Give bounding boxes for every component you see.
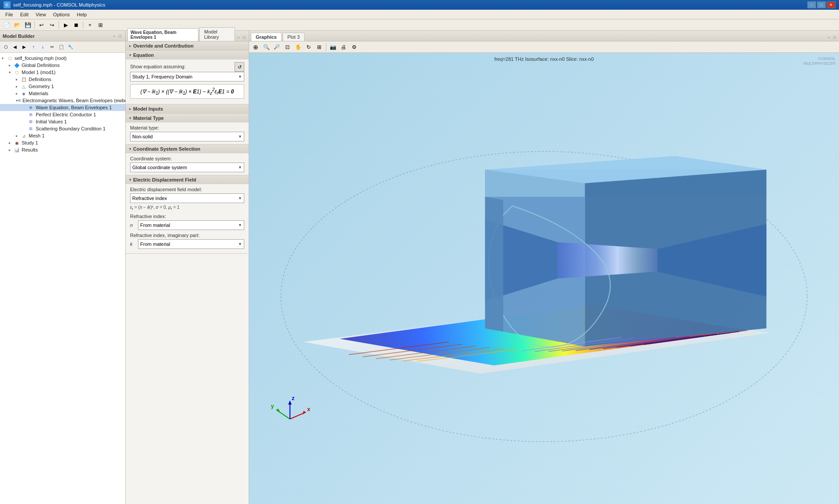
mb-btn-3[interactable]: ▶ xyxy=(20,43,29,52)
section-coord-header[interactable]: ▾ Coordinate System Selection xyxy=(126,145,249,153)
wave-eq-icon: ⊕ xyxy=(27,104,34,111)
section-override-header[interactable]: ▸ Override and Contribution xyxy=(126,41,249,50)
tab-graphics[interactable]: Graphics xyxy=(251,33,282,41)
mb-maximize-button[interactable]: □ xyxy=(118,33,123,39)
mb-btn-2[interactable]: ◀ xyxy=(11,43,19,52)
refr-n-label: n xyxy=(130,222,136,228)
mb-btn-1[interactable]: ⬡ xyxy=(1,43,10,52)
zoom-out-button[interactable]: 🔎 xyxy=(272,42,282,52)
wave-eq-panel-min[interactable]: − xyxy=(236,35,241,40)
zoom-in-button[interactable]: 🔍 xyxy=(261,42,271,52)
zoom-extents-button[interactable]: ⊕ xyxy=(251,42,261,52)
elec-model-label: Electric displacement field model: xyxy=(130,187,244,192)
undo-button[interactable]: ↩ xyxy=(37,20,46,30)
minimize-button[interactable]: − xyxy=(807,1,816,8)
elec-content: Electric displacement field model: Refra… xyxy=(126,184,249,253)
tree-item-root[interactable]: ▾ ⬡ self_focusing.mph (root) xyxy=(0,55,125,62)
tab-wave-equation[interactable]: Wave Equation, Beam Envelopes 1 xyxy=(127,28,198,41)
results-icon: 📊 xyxy=(13,147,20,153)
main-toolbar: 📄 📂 💾 ↩ ↪ ▶ ⏹ + ⊞ xyxy=(0,19,839,31)
stop-button[interactable]: ⏹ xyxy=(71,20,81,30)
mb-btn-5[interactable]: ↓ xyxy=(38,43,47,52)
menu-edit[interactable]: Edit xyxy=(17,11,32,18)
study1-label: Study 1 xyxy=(22,140,38,145)
tree-item-model1[interactable]: ▾ ⬡ Model 1 (mod1) xyxy=(0,69,125,76)
tree-item-init1[interactable]: ⊞ Initial Values 1 xyxy=(0,118,125,125)
wave-equation-panel: Wave Equation, Beam Envelopes 1 Model Li… xyxy=(126,31,249,504)
tree-item-sbc1[interactable]: ⊞ Scattering Boundary Condition 1 xyxy=(0,125,125,132)
results-arrow: ▸ xyxy=(9,148,13,152)
refr-k-dropdown[interactable]: From material ▼ xyxy=(138,239,244,249)
tree-item-wave-eq[interactable]: ⊕ Wave Equation, Beam Envelopes 1 xyxy=(0,104,125,111)
tree-item-ewbe[interactable]: ▾ ≋ Electromagnetic Waves, Beam Envelope… xyxy=(0,97,125,104)
window-title: self_focusing.mph - COMSOL Multiphysics xyxy=(13,2,105,7)
mb-btn-8[interactable]: 🔧 xyxy=(66,43,75,52)
elec-model-dropdown[interactable]: Refractive index ▼ xyxy=(130,193,244,203)
model-inputs-refresh-btn[interactable]: ↺ xyxy=(235,62,244,72)
export-button[interactable]: 📷 xyxy=(328,42,338,52)
layout-button[interactable]: ⊞ xyxy=(96,20,105,30)
axes-button[interactable]: ⊞ xyxy=(314,42,324,52)
refr-n-row: n From material ▼ xyxy=(130,220,244,230)
graphics-canvas[interactable]: freq=281 THz Isosurface: nxx-n0 Slice: n… xyxy=(249,53,839,504)
materials-label: Materials xyxy=(29,91,48,96)
tree-item-geometry1[interactable]: ▸ △ Geometry 1 xyxy=(0,83,125,90)
print-button[interactable]: 🖨 xyxy=(339,42,348,52)
refr-imag-label: Refractive index, imaginary part: xyxy=(130,233,244,238)
equation-dropdown[interactable]: Study 1, Frequency Domain ▼ xyxy=(130,72,244,82)
compute-button[interactable]: ▶ xyxy=(61,20,71,30)
redo-button[interactable]: ↪ xyxy=(47,20,57,30)
tree-item-study1[interactable]: ▸ ◉ Study 1 xyxy=(0,139,125,146)
close-button[interactable]: ✕ xyxy=(827,1,835,8)
save-button[interactable]: 💾 xyxy=(23,20,33,30)
sbc1-icon: ⊞ xyxy=(27,126,34,132)
open-button[interactable]: 📂 xyxy=(12,20,22,30)
section-material-type-header[interactable]: ▾ Material Type xyxy=(126,114,249,122)
mb-btn-6[interactable]: ✂ xyxy=(48,43,56,52)
mb-minimize-button[interactable]: − xyxy=(112,33,116,39)
menu-options[interactable]: Options xyxy=(49,11,73,18)
refr-n-arrow: ▼ xyxy=(238,223,242,227)
section-electric-disp: ▾ Electric Displacement Field Electric d… xyxy=(126,175,249,254)
graphics-tab-bar: Graphics Plot 3 − □ xyxy=(249,31,839,41)
tree-item-pec1[interactable]: ⊞ Perfect Electric Conductor 1 xyxy=(0,111,125,118)
tab-plot3[interactable]: Plot 3 xyxy=(283,33,305,41)
wave-eq-tab-bar: Wave Equation, Beam Envelopes 1 Model Li… xyxy=(126,31,249,41)
menu-file[interactable]: File xyxy=(2,11,17,18)
wave-eq-panel-max[interactable]: □ xyxy=(242,35,247,40)
menu-bar: File Edit View Options Help xyxy=(0,10,839,19)
sbc1-label: Scattering Boundary Condition 1 xyxy=(36,126,105,131)
definitions-label: Definitions xyxy=(29,77,51,82)
settings-button[interactable]: ⚙ xyxy=(349,42,359,52)
mb-btn-7[interactable]: 📋 xyxy=(57,43,66,52)
zoom-selection-button[interactable]: ⊡ xyxy=(283,42,292,52)
menu-help[interactable]: Help xyxy=(73,11,90,18)
coord-title: Coordinate System Selection xyxy=(133,146,200,152)
mb-btn-4[interactable]: ↑ xyxy=(29,43,38,52)
tab-model-library[interactable]: Model Library xyxy=(199,27,235,41)
graphics-panel-min[interactable]: − xyxy=(826,35,831,40)
elec-title: Electric Displacement Field xyxy=(133,177,196,182)
section-elec-header[interactable]: ▾ Electric Displacement Field xyxy=(126,175,249,184)
tree-item-results[interactable]: ▸ 📊 Results xyxy=(0,146,125,153)
tree-item-global-def[interactable]: ▸ 🔷 Global Definitions xyxy=(0,62,125,69)
maximize-button[interactable]: □ xyxy=(817,1,826,8)
section-model-inputs-header[interactable]: ▸ Model Inputs xyxy=(126,104,249,113)
material-type-dropdown[interactable]: Non-solid ▼ xyxy=(130,132,244,141)
menu-view[interactable]: View xyxy=(32,11,50,18)
rotate-button[interactable]: ↻ xyxy=(304,42,313,52)
refr-n-dropdown[interactable]: From material ▼ xyxy=(138,220,244,230)
definitions-arrow: ▸ xyxy=(16,78,20,82)
tree-item-mesh1[interactable]: ▸ ⊿ Mesh 1 xyxy=(0,132,125,139)
coord-dropdown[interactable]: Global coordinate system ▼ xyxy=(130,163,244,172)
pan-button[interactable]: ✋ xyxy=(293,42,303,52)
refr-k-row: k From material ▼ xyxy=(130,239,244,249)
section-equation-header[interactable]: ▾ Equation xyxy=(126,51,249,59)
tree-item-definitions[interactable]: ▸ 📋 Definitions xyxy=(0,76,125,83)
refr-k-label: k xyxy=(130,241,136,247)
section-coord-system: ▾ Coordinate System Selection Coordinate… xyxy=(126,145,249,175)
tree-item-materials[interactable]: ▸ ◈ Materials xyxy=(0,90,125,97)
add-button[interactable]: + xyxy=(85,20,95,30)
graphics-panel-max[interactable]: □ xyxy=(832,35,837,40)
new-button[interactable]: 📄 xyxy=(2,20,11,30)
